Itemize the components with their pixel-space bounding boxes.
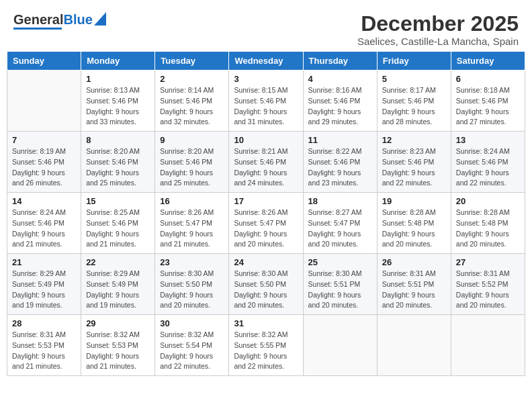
- calendar-day-cell: 10Sunrise: 8:21 AMSunset: 5:46 PMDayligh…: [229, 132, 303, 193]
- logo-triangle-icon: [94, 12, 106, 26]
- calendar-day-cell: 17Sunrise: 8:26 AMSunset: 5:47 PMDayligh…: [229, 193, 303, 254]
- day-info: Sunrise: 8:20 AMSunset: 5:46 PMDaylight:…: [160, 146, 224, 189]
- day-info: Sunrise: 8:14 AMSunset: 5:46 PMDaylight:…: [160, 85, 224, 128]
- day-of-week-header: Monday: [81, 52, 155, 71]
- day-info: Sunrise: 8:26 AMSunset: 5:47 PMDaylight:…: [234, 208, 298, 250]
- calendar-week-row: 1Sunrise: 8:13 AMSunset: 5:46 PMDaylight…: [7, 71, 525, 132]
- calendar-week-row: 21Sunrise: 8:29 AMSunset: 5:49 PMDayligh…: [7, 254, 525, 315]
- calendar-header: SundayMondayTuesdayWednesdayThursdayFrid…: [7, 52, 525, 71]
- title-section: December 2025 Saelices, Castille-La Manc…: [357, 12, 519, 47]
- day-number: 1: [86, 74, 150, 84]
- day-of-week-header: Friday: [377, 52, 451, 71]
- calendar-day-cell: 27Sunrise: 8:31 AMSunset: 5:52 PMDayligh…: [451, 254, 525, 315]
- calendar-day-cell: 23Sunrise: 8:30 AMSunset: 5:50 PMDayligh…: [155, 254, 229, 315]
- day-info: Sunrise: 8:18 AMSunset: 5:46 PMDaylight:…: [456, 85, 520, 128]
- day-info: Sunrise: 8:28 AMSunset: 5:48 PMDaylight:…: [456, 208, 520, 250]
- calendar-day-cell: [377, 315, 451, 376]
- calendar-day-cell: 6Sunrise: 8:18 AMSunset: 5:46 PMDaylight…: [451, 71, 525, 132]
- day-info: Sunrise: 8:32 AMSunset: 5:53 PMDaylight:…: [86, 330, 150, 372]
- page-header: GeneralBlue December 2025 Saelices, Cast…: [7, 7, 525, 47]
- calendar-day-cell: 31Sunrise: 8:32 AMSunset: 5:55 PMDayligh…: [229, 315, 303, 376]
- day-info: Sunrise: 8:21 AMSunset: 5:46 PMDaylight:…: [234, 146, 298, 189]
- calendar-body: 1Sunrise: 8:13 AMSunset: 5:46 PMDaylight…: [7, 71, 525, 376]
- day-number: 6: [456, 74, 520, 84]
- day-info: Sunrise: 8:27 AMSunset: 5:47 PMDaylight:…: [308, 208, 372, 250]
- day-number: 20: [456, 196, 520, 206]
- day-info: Sunrise: 8:17 AMSunset: 5:46 PMDaylight:…: [382, 85, 446, 128]
- calendar-day-cell: 14Sunrise: 8:24 AMSunset: 5:46 PMDayligh…: [7, 193, 81, 254]
- calendar-day-cell: 1Sunrise: 8:13 AMSunset: 5:46 PMDaylight…: [81, 71, 155, 132]
- day-info: Sunrise: 8:29 AMSunset: 5:49 PMDaylight:…: [86, 269, 150, 311]
- day-number: 10: [234, 135, 298, 145]
- page-subtitle: Saelices, Castille-La Mancha, Spain: [357, 36, 519, 47]
- calendar-day-cell: 24Sunrise: 8:30 AMSunset: 5:50 PMDayligh…: [229, 254, 303, 315]
- calendar-day-cell: 26Sunrise: 8:31 AMSunset: 5:51 PMDayligh…: [377, 254, 451, 315]
- calendar-day-cell: 20Sunrise: 8:28 AMSunset: 5:48 PMDayligh…: [451, 193, 525, 254]
- day-info: Sunrise: 8:24 AMSunset: 5:46 PMDaylight:…: [456, 146, 520, 189]
- day-number: 17: [234, 196, 298, 206]
- day-info: Sunrise: 8:30 AMSunset: 5:50 PMDaylight:…: [160, 269, 224, 311]
- day-info: Sunrise: 8:15 AMSunset: 5:46 PMDaylight:…: [234, 85, 298, 128]
- day-number: 2: [160, 74, 224, 84]
- day-info: Sunrise: 8:23 AMSunset: 5:46 PMDaylight:…: [382, 146, 446, 189]
- day-number: 12: [382, 135, 446, 145]
- day-info: Sunrise: 8:31 AMSunset: 5:53 PMDaylight:…: [12, 330, 76, 372]
- calendar-week-row: 28Sunrise: 8:31 AMSunset: 5:53 PMDayligh…: [7, 315, 525, 376]
- calendar-table: SundayMondayTuesdayWednesdayThursdayFrid…: [7, 51, 525, 376]
- day-info: Sunrise: 8:13 AMSunset: 5:46 PMDaylight:…: [86, 85, 150, 128]
- day-number: 22: [86, 257, 150, 267]
- logo-underline: [13, 28, 62, 30]
- calendar-day-cell: 25Sunrise: 8:30 AMSunset: 5:51 PMDayligh…: [303, 254, 377, 315]
- day-of-week-header: Tuesday: [155, 52, 229, 71]
- calendar-week-row: 7Sunrise: 8:19 AMSunset: 5:46 PMDaylight…: [7, 132, 525, 193]
- day-info: Sunrise: 8:20 AMSunset: 5:46 PMDaylight:…: [86, 146, 150, 189]
- day-number: 3: [234, 74, 298, 84]
- day-info: Sunrise: 8:22 AMSunset: 5:46 PMDaylight:…: [308, 146, 372, 189]
- calendar-day-cell: 12Sunrise: 8:23 AMSunset: 5:46 PMDayligh…: [377, 132, 451, 193]
- calendar-day-cell: 4Sunrise: 8:16 AMSunset: 5:46 PMDaylight…: [303, 71, 377, 132]
- calendar-day-cell: 15Sunrise: 8:25 AMSunset: 5:46 PMDayligh…: [81, 193, 155, 254]
- day-number: 5: [382, 74, 446, 84]
- calendar-day-cell: 30Sunrise: 8:32 AMSunset: 5:54 PMDayligh…: [155, 315, 229, 376]
- day-info: Sunrise: 8:16 AMSunset: 5:46 PMDaylight:…: [308, 85, 372, 128]
- calendar-day-cell: 13Sunrise: 8:24 AMSunset: 5:46 PMDayligh…: [451, 132, 525, 193]
- day-number: 26: [382, 257, 446, 267]
- calendar-day-cell: 3Sunrise: 8:15 AMSunset: 5:46 PMDaylight…: [229, 71, 303, 132]
- day-info: Sunrise: 8:24 AMSunset: 5:46 PMDaylight:…: [12, 208, 76, 250]
- day-info: Sunrise: 8:32 AMSunset: 5:55 PMDaylight:…: [234, 330, 298, 372]
- calendar-day-cell: 19Sunrise: 8:28 AMSunset: 5:48 PMDayligh…: [377, 193, 451, 254]
- calendar-day-cell: 11Sunrise: 8:22 AMSunset: 5:46 PMDayligh…: [303, 132, 377, 193]
- calendar-day-cell: 16Sunrise: 8:26 AMSunset: 5:47 PMDayligh…: [155, 193, 229, 254]
- calendar-day-cell: [7, 71, 81, 132]
- calendar-day-cell: 28Sunrise: 8:31 AMSunset: 5:53 PMDayligh…: [7, 315, 81, 376]
- day-info: Sunrise: 8:30 AMSunset: 5:50 PMDaylight:…: [234, 269, 298, 311]
- day-number: 27: [456, 257, 520, 267]
- day-number: 14: [12, 196, 76, 206]
- day-number: 31: [234, 318, 298, 328]
- logo-text: GeneralBlue: [13, 13, 93, 26]
- calendar-day-cell: 22Sunrise: 8:29 AMSunset: 5:49 PMDayligh…: [81, 254, 155, 315]
- day-number: 7: [12, 135, 76, 145]
- day-of-week-header: Sunday: [7, 52, 81, 71]
- day-number: 18: [308, 196, 372, 206]
- day-number: 15: [86, 196, 150, 206]
- calendar-day-cell: 7Sunrise: 8:19 AMSunset: 5:46 PMDaylight…: [7, 132, 81, 193]
- days-of-week-row: SundayMondayTuesdayWednesdayThursdayFrid…: [7, 52, 525, 71]
- calendar-day-cell: 21Sunrise: 8:29 AMSunset: 5:49 PMDayligh…: [7, 254, 81, 315]
- day-number: 25: [308, 257, 372, 267]
- day-number: 29: [86, 318, 150, 328]
- day-number: 11: [308, 135, 372, 145]
- calendar-week-row: 14Sunrise: 8:24 AMSunset: 5:46 PMDayligh…: [7, 193, 525, 254]
- day-number: 8: [86, 135, 150, 145]
- day-of-week-header: Saturday: [451, 52, 525, 71]
- svg-marker-0: [94, 12, 106, 26]
- day-info: Sunrise: 8:30 AMSunset: 5:51 PMDaylight:…: [308, 269, 372, 311]
- calendar-day-cell: 5Sunrise: 8:17 AMSunset: 5:46 PMDaylight…: [377, 71, 451, 132]
- calendar-day-cell: 18Sunrise: 8:27 AMSunset: 5:47 PMDayligh…: [303, 193, 377, 254]
- day-info: Sunrise: 8:25 AMSunset: 5:46 PMDaylight:…: [86, 208, 150, 250]
- day-info: Sunrise: 8:31 AMSunset: 5:51 PMDaylight:…: [382, 269, 446, 311]
- day-number: 28: [12, 318, 76, 328]
- page-title: December 2025: [357, 12, 519, 36]
- day-number: 30: [160, 318, 224, 328]
- day-number: 21: [12, 257, 76, 267]
